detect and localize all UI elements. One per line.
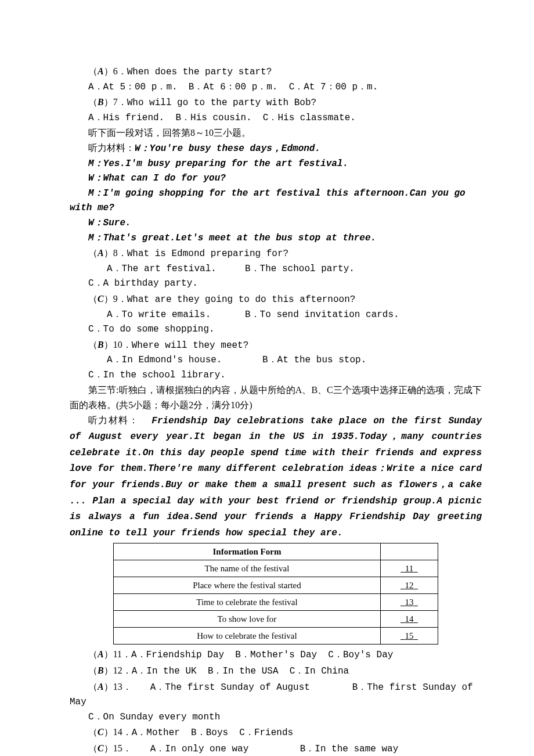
- question-15: （C）15．A．In only one wayB．In the same way: [70, 741, 482, 756]
- paren-close-num: ）7．: [104, 97, 127, 107]
- q8-opt-b: B．The school party.: [245, 264, 355, 274]
- answer-11: A: [98, 649, 104, 659]
- question-7: （B）7．Who will go to the party with Bob?: [70, 95, 482, 111]
- answer-15: C: [98, 743, 104, 753]
- q12-opt-b: B．In the USA: [208, 666, 279, 676]
- q14-opt-b: B．Boys: [191, 728, 228, 738]
- paren-open: （: [88, 248, 98, 258]
- paren-close-num: ）15．: [104, 743, 132, 753]
- table-header-empty: [380, 543, 438, 560]
- paren-close-num: ）12．: [104, 665, 132, 675]
- question-9-text: What are they going to do this afternoon…: [127, 294, 356, 305]
- q7-opt-a: A．His friend.: [88, 113, 164, 123]
- q7-opt-b: B．His cousin.: [175, 113, 251, 123]
- answer-8: A: [98, 248, 104, 258]
- question-9-options: A．To write e­mails.B．To send invitation …: [70, 308, 482, 323]
- question-7-text: Who will go to the party with Bob?: [127, 98, 316, 108]
- answer-12: B: [98, 665, 104, 675]
- q10-opt-b: B．At the bus stop.: [262, 355, 366, 365]
- table-label-1: The name of the festival: [114, 560, 381, 577]
- q11-opt-a: A．Friendship Day: [131, 650, 224, 660]
- q6-opt-c: C．At 7：00 p．m.: [289, 82, 378, 92]
- information-form-table: Information Form The name of the festiva…: [113, 543, 438, 645]
- question-8: （A）8．What is Edmond preparing for?: [70, 246, 482, 262]
- question-13: （A）13．A．The first Sunday of AugustB．The …: [70, 679, 482, 710]
- paren-close-num: ）6．: [104, 66, 127, 76]
- table-header-row: Information Form: [114, 543, 438, 560]
- paren-close-num: ）13．: [104, 682, 132, 692]
- script-2-l5: W：Sure.: [70, 216, 482, 231]
- table-blank-5: 15: [380, 628, 438, 645]
- script-2-l6: M：That's great.Let's meet at the bus sto…: [70, 231, 482, 246]
- table-blank-2: 12: [380, 577, 438, 594]
- paren-open: （: [88, 665, 98, 675]
- table-label-4: To show love for: [114, 611, 381, 628]
- question-10-options: A．In Edmond's house.B．At the bus stop.: [70, 353, 482, 368]
- passage-body: Friendship Day celebrations take place o…: [70, 416, 482, 538]
- paren-close-num: ）10．: [104, 340, 132, 350]
- q13-opt-c: C．On Sunday every month: [70, 710, 482, 725]
- question-8-options: A．The art festival.B．The school party.: [70, 262, 482, 277]
- script-2-l2: M：Yes.I'm busy preparing for the art fes…: [70, 157, 482, 172]
- question-6: （A）6．When does the party start?: [70, 64, 482, 80]
- q11-opt-c: C．Boy's Day: [328, 650, 393, 660]
- paren-open: （: [88, 727, 98, 737]
- q12-opt-a: A．In the UK: [132, 666, 197, 676]
- table-row: The name of the festival 11: [114, 560, 438, 577]
- paren-open: （: [88, 340, 98, 350]
- q7-opt-c: C．His classmate.: [263, 113, 356, 123]
- q9-opt-a: A．To write e­mails.: [88, 308, 245, 323]
- paren-open: （: [88, 649, 98, 659]
- listening-passage: 听力材料： Friendship Day celebrations take p…: [70, 413, 482, 541]
- question-14: （C）14．A．Mother B．Boys C．Friends: [70, 725, 482, 741]
- question-8-text: What is Edmond preparing for?: [127, 249, 288, 259]
- q8-opt-c: C．A birthday party.: [70, 276, 482, 291]
- q10-opt-c: C．In the school library.: [70, 368, 482, 383]
- paren-open: （: [88, 66, 98, 76]
- table-row: Place where the festival started 12: [114, 577, 438, 594]
- question-10: （B）10．Where will they meet?: [70, 337, 482, 354]
- q6-opt-b: B．At 6：00 p．m.: [189, 82, 278, 92]
- answer-9: C: [98, 294, 104, 304]
- question-10-text: Where will they meet?: [132, 340, 249, 351]
- paren-close-num: ）8．: [104, 248, 127, 258]
- answer-14: C: [98, 727, 104, 737]
- paren-open: （: [88, 682, 98, 692]
- question-12: （B）12．A．In the UK B．In the USA C．In Chin…: [70, 663, 482, 679]
- paren-close-num: ）14．: [104, 727, 132, 737]
- table-blank-1: 11: [380, 560, 438, 577]
- script-2-line-1: 听力材料：W：You're busy these days，Edmond.: [70, 141, 482, 157]
- question-11: （A）11．A．Friendship Day B．Mother's Day C．…: [70, 647, 482, 663]
- table-row: Time to celebrate the festival 13: [114, 594, 438, 611]
- table-header: Information Form: [114, 543, 381, 560]
- script-2-l1: W：You're busy these days，Edmond.: [135, 143, 320, 154]
- q14-opt-a: A．Mother: [132, 728, 180, 738]
- answer-13: A: [98, 682, 104, 692]
- q14-opt-c: C．Friends: [239, 728, 293, 738]
- table-label-5: How to celebrate the festival: [114, 628, 381, 645]
- q9-opt-c: C．To do some shopping.: [70, 322, 482, 337]
- table-blank-4: 14: [380, 611, 438, 628]
- q12-opt-c: C．In China: [290, 666, 349, 676]
- q6-opt-a: A．At 5：00 p．m.: [88, 82, 178, 92]
- paren-open: （: [88, 97, 98, 107]
- table-label-3: Time to celebrate the festival: [114, 594, 381, 611]
- script-2-l4: M：I'm going shopping for the art festiva…: [70, 186, 482, 216]
- dialog-lead-2: 听下面一段对话，回答第8～10三小题。: [70, 125, 482, 141]
- script-label: 听力材料：: [88, 143, 135, 153]
- q10-opt-a: A．In Edmond's house.: [88, 353, 262, 368]
- question-6-text: When does the party start?: [127, 67, 272, 77]
- paren-close-num: ）11．: [104, 649, 131, 659]
- answer-10: B: [98, 340, 104, 350]
- paren-open: （: [88, 294, 98, 304]
- question-6-options: A．At 5：00 p．m. B．At 6：00 p．m. C．At 7：00 …: [70, 80, 482, 95]
- script-2-l3: W：What can I do for you?: [70, 171, 482, 186]
- section-3-header: 第三节:听独白，请根据独白的内容，从题中所给的A、B、C三个选项中选择正确的选项…: [70, 383, 482, 412]
- paren-close-num: ）9．: [104, 294, 127, 304]
- question-9: （C）9．What are they going to do this afte…: [70, 291, 482, 308]
- q15-opt-b: B．In the same way: [300, 744, 399, 754]
- question-7-options: A．His friend. B．His cousin. C．His classm…: [70, 111, 482, 126]
- table-blank-3: 13: [380, 594, 438, 611]
- table-label-2: Place where the festival started: [114, 577, 381, 594]
- answer-6: A: [98, 66, 104, 76]
